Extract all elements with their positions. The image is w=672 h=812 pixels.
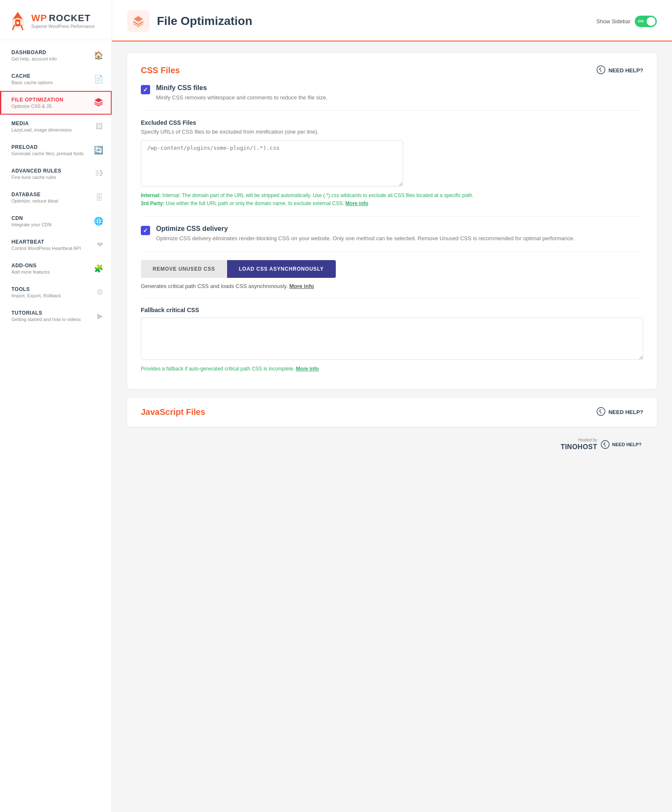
cdn-icon: 🌐 [94,217,103,226]
tinohost-badge: Hosted by TINOHOST NEED HELP? [127,435,657,455]
main-content: File Optimization Show Sidebar ON CSS Fi… [112,0,672,812]
wp-rocket-logo-icon [8,10,27,31]
excluded-css-option: Excluded CSS Files Specify URLs of CSS f… [141,119,643,208]
svg-rect-8 [100,174,102,176]
nav-item-add-ons[interactable]: ADD-ONS Add more features 🧩 [0,257,112,280]
excluded-css-title: Excluded CSS Files [141,119,643,126]
page-title: File Optimization [157,14,252,28]
preload-icon: 🔄 [94,145,103,155]
svg-point-2 [16,22,19,24]
minify-css-option: ✓ Minify CSS files Minify CSS removes wh… [141,84,643,102]
fallback-css-textarea[interactable] [141,318,643,360]
css-files-section: CSS Files NEED HELP? ✓ [127,53,657,389]
minify-css-desc: Minify CSS removes whitespace and commen… [156,93,643,102]
logo-wp: WP [31,13,47,24]
js-files-section: JavaScript Files NEED HELP? [127,398,657,427]
nav-item-cache[interactable]: CACHE Basic cache options 📄 [0,67,112,91]
js-need-help-label: NEED HELP? [609,409,643,415]
excluded-css-more-info-link[interactable]: More info [346,200,368,206]
excluded-css-desc: Specify URLs of CSS files to be excluded… [141,128,643,136]
file-optimization-icon [94,97,103,109]
toggle-on-text: ON [638,19,644,23]
load-css-async-button[interactable]: LOAD CSS ASYNCHRONOUSLY [227,260,336,278]
excluded-css-info: Internal: Internal: The domain part of t… [141,192,643,208]
page-header-icon [127,10,149,32]
tutorials-icon: ▶ [97,311,103,321]
optimize-css-delivery-desc: Optimize CSS delivery eliminates render-… [156,234,643,243]
fallback-css-title: Fallback critical CSS [141,307,643,313]
svg-rect-5 [96,175,99,176]
nav-item-cdn[interactable]: CDN Integrate your CDN 🌐 [0,209,112,233]
js-need-help-icon [596,407,606,417]
svg-point-14 [605,446,606,447]
svg-point-9 [597,66,605,74]
content-area: CSS Files NEED HELP? ✓ [112,41,672,467]
sidebar-toggle-label: Show Sidebar [596,18,631,25]
database-icon: 🗄 [96,193,103,202]
sidebar-logo: WP ROCKET Superior WordPress Performance [0,0,112,40]
sidebar-toggle-switch[interactable]: ON [635,16,657,27]
nav-item-file-optimization[interactable]: FILE OPTIMIZATION Optimize CSS & JS [0,91,112,115]
heartbeat-icon: ❤ [97,240,103,250]
optimize-css-delivery-option: ✓ Optimize CSS delivery Optimize CSS del… [141,225,643,243]
nav-item-dashboard[interactable]: DASHBOARD Get help, account info 🏠 [0,44,112,67]
nav-item-heartbeat[interactable]: HEARTBEAT Control WordPress Heartbeat AP… [0,233,112,257]
nav-item-advanced-rules[interactable]: ADVANCED RULES Fine-tune cache rules [0,162,112,186]
nav-item-tutorials[interactable]: TUTORIALS Getting started and how to vid… [0,304,112,328]
fallback-css-option: Fallback critical CSS Provides a fallbac… [141,307,643,373]
need-help-icon [596,65,606,76]
nav-item-preload[interactable]: PRELOAD Generate cache files, preload fo… [0,138,112,162]
excluded-css-textarea[interactable] [141,140,403,187]
nav-item-tools[interactable]: TOOLS Import, Export, Rollback ⚙ [0,280,112,304]
minify-css-checkbox[interactable]: ✓ [141,85,150,94]
add-ons-icon: 🧩 [94,264,103,273]
svg-rect-3 [96,170,99,171]
logo-tagline: Superior WordPress Performance [31,24,95,29]
need-help-label: NEED HELP? [609,67,643,74]
css-section-title: CSS Files [141,66,180,75]
tinohost-need-help[interactable]: NEED HELP? [601,440,642,449]
nav-item-media[interactable]: MEDIA LazyLoad, image dimensions 🖼 [0,115,112,138]
generates-desc: Generates critical path CSS and loads CS… [141,283,643,289]
media-icon: 🖼 [96,122,103,131]
nav-item-database[interactable]: DATABASE Optimize, reduce bloat 🗄 [0,186,112,209]
optimize-css-delivery-title: Optimize CSS delivery [156,225,643,233]
cache-icon: 📄 [94,74,103,84]
tinohost-name: TINOHOST [561,443,598,451]
tinohost-need-help-label: NEED HELP? [612,442,642,447]
generates-more-info-link[interactable]: More info [289,283,314,289]
js-need-help-button[interactable]: NEED HELP? [596,407,643,417]
svg-rect-7 [101,172,103,174]
svg-point-13 [601,440,609,448]
tools-icon: ⚙ [96,288,103,297]
svg-point-11 [597,408,605,416]
optimize-css-delivery-checkbox[interactable]: ✓ [141,226,150,235]
fallback-more-info-link[interactable]: More info [296,366,319,372]
minify-css-title: Minify CSS files [156,84,643,92]
fallback-css-info: Provides a fallback if auto-generated cr… [141,365,643,373]
css-need-help-button[interactable]: NEED HELP? [596,65,643,76]
css-method-buttons: REMOVE UNUSED CSS LOAD CSS ASYNCHRONOUSL… [141,260,643,278]
svg-point-10 [601,71,601,72]
remove-unused-css-button[interactable]: REMOVE UNUSED CSS [141,260,227,278]
toggle-knob [647,17,656,26]
svg-point-12 [601,413,601,414]
js-section-title: JavaScript Files [141,407,205,417]
svg-rect-4 [96,173,100,173]
dashboard-icon: 🏠 [94,51,103,60]
sidebar: WP ROCKET Superior WordPress Performance… [0,0,112,812]
logo-rocket: ROCKET [49,13,91,24]
page-header: File Optimization Show Sidebar ON [112,0,672,41]
advanced-rules-icon [95,169,103,179]
svg-rect-6 [100,170,102,172]
